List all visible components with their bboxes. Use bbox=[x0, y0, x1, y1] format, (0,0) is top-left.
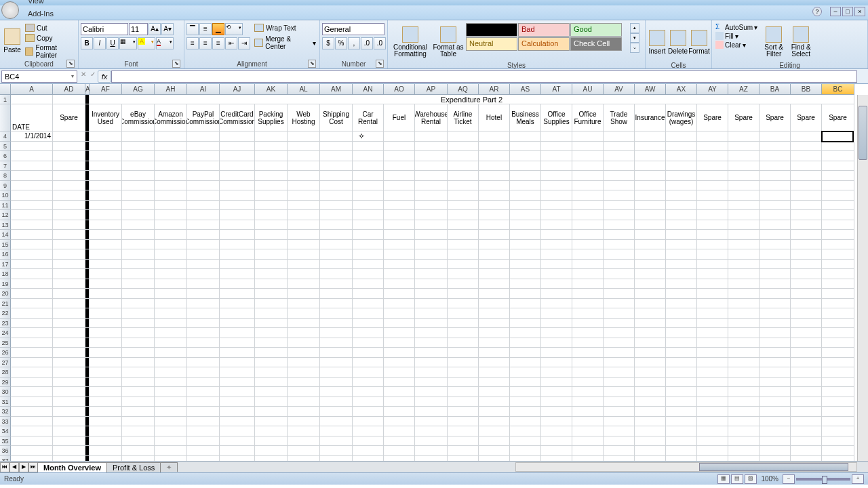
cell[interactable]: Warehouse Rental bbox=[415, 104, 448, 131]
cell[interactable] bbox=[415, 190, 448, 201]
cell[interactable] bbox=[760, 338, 791, 348]
col-header-AI[interactable]: AI bbox=[187, 84, 220, 95]
cell[interactable] bbox=[415, 456, 448, 462]
cell[interactable] bbox=[53, 387, 85, 397]
cell[interactable] bbox=[760, 328, 791, 338]
cell[interactable] bbox=[122, 407, 155, 417]
row-header[interactable]: 37 bbox=[0, 456, 11, 462]
cell-style-4[interactable]: Calculation bbox=[518, 37, 570, 51]
cell[interactable] bbox=[448, 358, 479, 368]
cell[interactable] bbox=[822, 378, 854, 388]
cell[interactable] bbox=[122, 249, 155, 260]
cell[interactable] bbox=[187, 387, 220, 397]
cell[interactable] bbox=[604, 142, 635, 152]
row-header[interactable]: 22 bbox=[0, 308, 11, 319]
cell[interactable] bbox=[572, 171, 604, 181]
copy-button[interactable]: Copy bbox=[24, 33, 76, 43]
cell[interactable] bbox=[666, 348, 697, 358]
cell[interactable] bbox=[288, 220, 320, 230]
cell[interactable] bbox=[479, 407, 510, 417]
cell[interactable] bbox=[635, 220, 666, 230]
row-header[interactable]: 4 bbox=[0, 131, 11, 142]
cell[interactable] bbox=[604, 190, 635, 201]
cell[interactable] bbox=[666, 230, 697, 240]
cell[interactable] bbox=[122, 387, 155, 397]
cell[interactable] bbox=[220, 378, 255, 388]
cell[interactable] bbox=[572, 308, 604, 319]
cell[interactable] bbox=[53, 367, 85, 378]
cell[interactable] bbox=[666, 367, 697, 378]
cell[interactable] bbox=[255, 151, 288, 161]
cell[interactable] bbox=[288, 230, 320, 240]
cell[interactable] bbox=[288, 426, 320, 436]
cell[interactable] bbox=[635, 299, 666, 309]
cell[interactable] bbox=[448, 397, 479, 407]
cell[interactable] bbox=[728, 348, 760, 358]
cell[interactable] bbox=[53, 417, 85, 427]
cell[interactable] bbox=[90, 181, 122, 191]
cell[interactable] bbox=[604, 338, 635, 348]
cell[interactable] bbox=[255, 328, 288, 338]
cell[interactable] bbox=[90, 407, 122, 417]
cell[interactable] bbox=[541, 358, 572, 368]
cell[interactable] bbox=[572, 456, 604, 462]
cell[interactable] bbox=[697, 181, 728, 191]
sheet-nav-first[interactable]: ⏮ bbox=[0, 462, 9, 472]
cell[interactable] bbox=[822, 249, 854, 260]
cell[interactable] bbox=[353, 328, 384, 338]
cell[interactable]: Hotel bbox=[479, 104, 510, 131]
cell[interactable] bbox=[415, 171, 448, 181]
cell[interactable] bbox=[697, 417, 728, 427]
cell[interactable] bbox=[728, 230, 760, 240]
cell[interactable] bbox=[11, 308, 53, 319]
cell[interactable] bbox=[760, 269, 791, 279]
cell[interactable] bbox=[448, 378, 479, 388]
cell[interactable] bbox=[90, 220, 122, 230]
cell[interactable] bbox=[220, 299, 255, 309]
cell[interactable] bbox=[448, 328, 479, 338]
cell[interactable] bbox=[510, 387, 541, 397]
cell[interactable] bbox=[122, 397, 155, 407]
col-header-AL[interactable]: AL bbox=[288, 84, 320, 95]
cell[interactable] bbox=[320, 220, 353, 230]
cell[interactable] bbox=[697, 348, 728, 358]
cell[interactable] bbox=[415, 358, 448, 368]
cell[interactable] bbox=[415, 230, 448, 240]
cell[interactable] bbox=[448, 367, 479, 378]
cell[interactable] bbox=[288, 240, 320, 250]
cell[interactable] bbox=[791, 367, 822, 378]
cell[interactable] bbox=[353, 190, 384, 201]
cell[interactable] bbox=[791, 230, 822, 240]
cell[interactable] bbox=[666, 446, 697, 456]
merge-center-button[interactable]: Merge & Center▾ bbox=[253, 35, 317, 51]
cell[interactable] bbox=[187, 446, 220, 456]
cell[interactable] bbox=[666, 387, 697, 397]
italic-button[interactable]: I bbox=[94, 37, 106, 49]
cell[interactable] bbox=[541, 456, 572, 462]
sheet-nav-next[interactable]: ▶ bbox=[19, 462, 28, 472]
row-header[interactable]: 17 bbox=[0, 260, 11, 270]
cell[interactable] bbox=[728, 299, 760, 309]
cell[interactable] bbox=[791, 249, 822, 260]
number-format-select[interactable] bbox=[322, 23, 384, 35]
cell[interactable] bbox=[604, 299, 635, 309]
cell[interactable] bbox=[288, 210, 320, 220]
cell[interactable] bbox=[122, 426, 155, 436]
cell[interactable] bbox=[479, 210, 510, 220]
cell[interactable] bbox=[479, 397, 510, 407]
cell[interactable] bbox=[353, 338, 384, 348]
cell[interactable] bbox=[320, 181, 353, 191]
cell[interactable] bbox=[541, 367, 572, 378]
cell[interactable]: Spare bbox=[53, 104, 85, 131]
cell[interactable] bbox=[510, 279, 541, 289]
cell[interactable] bbox=[53, 142, 85, 152]
cell[interactable] bbox=[728, 407, 760, 417]
cell[interactable] bbox=[320, 407, 353, 417]
cell[interactable] bbox=[728, 308, 760, 319]
cell[interactable] bbox=[728, 201, 760, 211]
grow-font-button[interactable]: A▴ bbox=[149, 23, 161, 35]
cell[interactable] bbox=[415, 151, 448, 161]
cell[interactable] bbox=[320, 367, 353, 378]
cell[interactable] bbox=[697, 328, 728, 338]
cell[interactable] bbox=[479, 328, 510, 338]
